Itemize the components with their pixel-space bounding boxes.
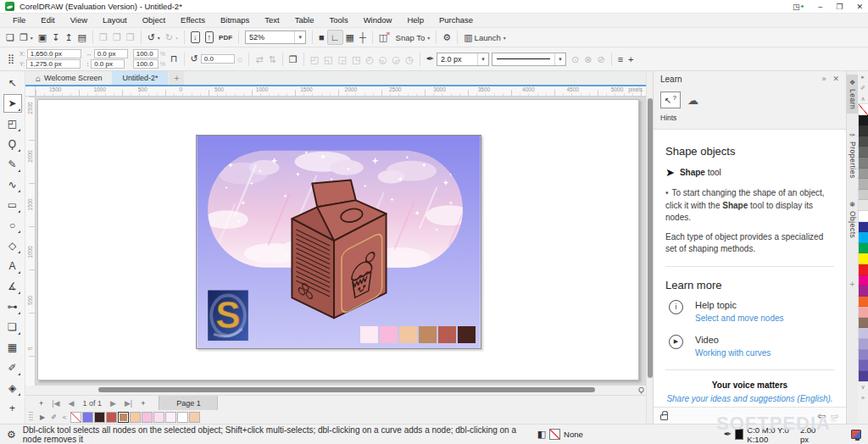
color-proof-monitor-icon[interactable]	[851, 430, 861, 439]
color-swatch[interactable]	[859, 115, 868, 126]
text-tool[interactable]: A	[3, 257, 22, 275]
document-page[interactable]: S	[37, 99, 639, 380]
show-grid-button[interactable]: ▦	[343, 31, 357, 44]
freehand-tool[interactable]: ✎	[3, 155, 22, 174]
color-swatch[interactable]	[70, 412, 81, 423]
docker-tab-properties[interactable]: ✑Properties	[847, 127, 858, 183]
outline-status[interactable]: ✒ C:0 M:0 Y:0 K:100 2.00 px	[724, 425, 821, 444]
vertical-ruler[interactable]: 25002000150010005000	[25, 97, 36, 386]
previous-page-button[interactable]: ◀	[65, 399, 78, 408]
last-page-button[interactable]: ▶|	[121, 399, 136, 408]
snap-off-button[interactable]: ◫✕	[376, 31, 393, 44]
docker-tab-learn[interactable]: ❖Learn	[847, 75, 858, 114]
select-all-nodes-icon[interactable]: ⣿	[5, 53, 17, 64]
color-swatch[interactable]	[153, 412, 164, 423]
drawing-canvas[interactable]: S	[36, 97, 646, 386]
color-swatch[interactable]	[859, 147, 868, 158]
snap-to-button[interactable]: Snap To▾	[393, 31, 433, 44]
menu-object[interactable]: Object	[135, 14, 173, 27]
color-swatch[interactable]	[859, 275, 868, 286]
to-curve[interactable]: ❐	[287, 53, 300, 66]
export-cloud-button[interactable]: ↥	[62, 31, 75, 44]
explore-mode-icon[interactable]: ☁	[687, 94, 698, 107]
horizontal-scrollbar[interactable]: Ϙ	[36, 386, 646, 395]
add-page-button-right[interactable]: +	[137, 399, 148, 408]
fullscreen-preview-button[interactable]: ■	[316, 31, 327, 44]
new-document-button[interactable]: ❏	[3, 31, 17, 44]
magnifier-icon[interactable]: Ϙ	[638, 386, 644, 394]
menu-bitmaps[interactable]: Bitmaps	[213, 14, 257, 27]
options-button[interactable]: ⚙	[440, 31, 453, 44]
chevron-down-icon[interactable]: ▼	[294, 31, 305, 43]
transparency-tool[interactable]: ▦	[3, 338, 22, 357]
add-property[interactable]: +	[626, 53, 636, 66]
voice-link[interactable]: Share your ideas and suggestions (Englis…	[666, 394, 832, 403]
restore-button[interactable]: ❐	[836, 3, 843, 11]
color-swatch[interactable]	[859, 371, 868, 382]
minimize-button[interactable]: –	[818, 3, 822, 11]
color-swatch[interactable]	[859, 125, 868, 136]
zoom-tool[interactable]: Ϙ	[3, 135, 22, 153]
color-swatch[interactable]	[859, 328, 868, 339]
color-swatch[interactable]	[859, 222, 868, 233]
show-rulers-button[interactable]: ∟	[327, 30, 343, 45]
parallel-dimension-tool[interactable]: ∡	[3, 277, 22, 296]
color-swatch[interactable]	[859, 360, 868, 371]
shape-tool[interactable]: ➤	[3, 94, 22, 113]
color-swatch[interactable]	[106, 412, 117, 423]
pick-tool[interactable]: ↖	[3, 74, 22, 92]
scale-y-field[interactable]	[133, 59, 159, 69]
palette-eyedropper-icon[interactable]: ✐	[860, 82, 865, 93]
color-swatch[interactable]	[142, 412, 153, 423]
status-gear-icon[interactable]: ⚙	[7, 429, 16, 441]
palette-scroll-up-icon[interactable]: ∧	[860, 93, 865, 104]
palette-flyout-icon[interactable]: ▸	[861, 71, 865, 82]
menu-view[interactable]: View	[63, 14, 95, 27]
color-swatch[interactable]	[859, 297, 868, 308]
palette-expand-icon[interactable]: »	[861, 392, 865, 403]
s-logo[interactable]: S	[208, 291, 248, 341]
menu-effects[interactable]: Effects	[173, 14, 213, 27]
color-swatch[interactable]	[165, 412, 176, 423]
tab-untitled-2[interactable]: Untitled-2*	[112, 71, 168, 85]
close-button[interactable]: ✕	[856, 3, 863, 11]
color-swatch[interactable]	[859, 104, 868, 115]
save-button[interactable]: ▣	[36, 31, 49, 44]
menu-file[interactable]: File	[5, 14, 33, 27]
palette-flyout-icon[interactable]: ▶	[37, 413, 47, 421]
align-nodes[interactable]: ≡	[615, 53, 626, 66]
color-swatch[interactable]	[859, 286, 868, 297]
color-swatch[interactable]	[859, 243, 868, 254]
color-swatch[interactable]	[859, 307, 868, 318]
crop-tool[interactable]: ◰	[3, 114, 22, 133]
video-link[interactable]: Working with curves	[695, 348, 771, 358]
docker-tab-objects[interactable]: ❋Objects	[847, 197, 858, 242]
back-arrow-icon[interactable]: ⇦	[817, 410, 826, 422]
docker-close-icon[interactable]: ✕	[832, 75, 839, 83]
lock-icon[interactable]	[660, 414, 668, 420]
lock-ratio-icon[interactable]: ⊓	[168, 53, 181, 64]
first-page-button[interactable]: |◀	[48, 399, 63, 408]
capture-icon[interactable]: ◳✦	[793, 3, 804, 11]
menu-tools[interactable]: Tools	[321, 14, 355, 27]
palette-scroll-down-icon[interactable]: ∨	[860, 381, 865, 392]
color-swatch[interactable]	[859, 169, 868, 180]
color-swatch[interactable]	[130, 412, 141, 423]
docker-collapse-icon[interactable]: »	[821, 75, 826, 83]
import-button[interactable]: ↓	[188, 30, 203, 45]
add-docker-button[interactable]: +	[850, 280, 855, 289]
color-swatch[interactable]	[859, 350, 868, 361]
color-swatch[interactable]	[859, 190, 868, 201]
ruler-origin[interactable]	[25, 86, 36, 97]
object-height-field[interactable]	[91, 59, 125, 69]
open-button[interactable]: ❐▾	[17, 31, 36, 44]
color-swatch[interactable]	[82, 412, 93, 423]
eyedropper-tool[interactable]: ✐	[3, 358, 22, 377]
artistic-media-tool[interactable]: ∿	[3, 175, 22, 194]
color-swatch[interactable]	[859, 211, 868, 222]
print-button[interactable]: ▤	[75, 31, 89, 44]
new-tab-button[interactable]: +	[169, 71, 184, 85]
menu-purchase[interactable]: Purchase	[431, 14, 481, 27]
fill-status[interactable]: ◧ None	[537, 429, 583, 440]
palette-drag-handle[interactable]	[29, 412, 33, 422]
